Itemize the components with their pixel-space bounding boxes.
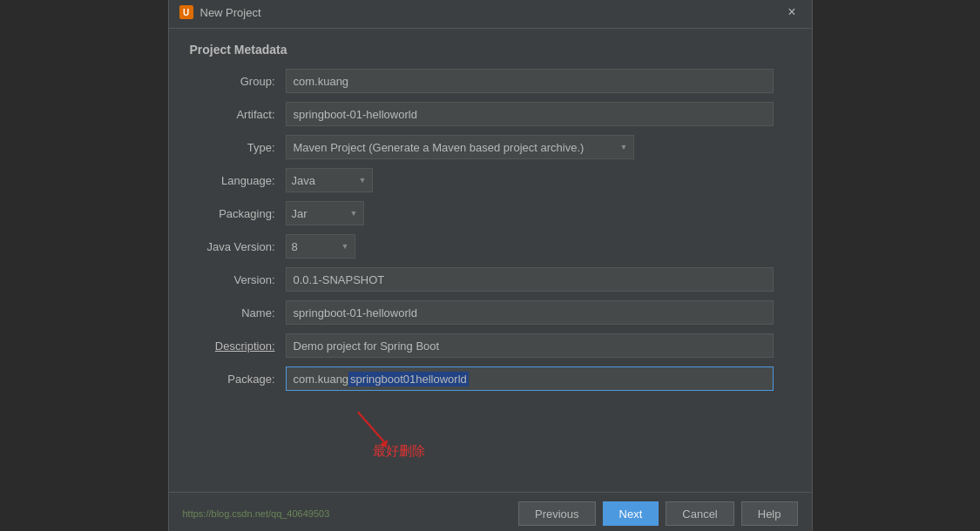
package-row: Package: com.kuangspringboot01helloworld — [190, 366, 791, 391]
dialog-content: Project Metadata Group: Artifact: Type: … — [169, 29, 812, 492]
description-input[interactable] — [286, 333, 774, 358]
packaging-select-wrapper: Jar War — [286, 201, 364, 225]
cancel-button[interactable]: Cancel — [666, 501, 733, 526]
java-version-label: Java Version: — [190, 240, 286, 253]
language-row: Language: Java Kotlin Groovy — [190, 168, 791, 192]
new-project-dialog: U New Project × Project Metadata Group: … — [168, 0, 813, 531]
version-input[interactable] — [286, 267, 774, 292]
svg-line-0 — [357, 412, 383, 441]
group-input[interactable] — [286, 69, 774, 93]
close-button[interactable]: × — [782, 3, 801, 21]
java-version-row: Java Version: 8 11 17 — [190, 234, 791, 259]
java-version-select-wrapper: 8 11 17 — [286, 234, 355, 259]
language-label: Language: — [190, 174, 286, 187]
dialog-title: New Project — [200, 6, 261, 19]
type-label: Type: — [190, 141, 286, 154]
language-select-wrapper: Java Kotlin Groovy — [286, 168, 373, 192]
java-version-select[interactable]: 8 11 17 — [286, 234, 355, 259]
help-button[interactable]: Help — [741, 501, 798, 526]
package-field-display[interactable]: com.kuangspringboot01helloworld — [286, 366, 774, 391]
app-icon: U — [179, 5, 193, 19]
footer-url: https://blog.csdn.net/qq_40649503 — [183, 508, 330, 519]
artifact-input[interactable] — [286, 102, 774, 126]
description-label: Description: — [190, 339, 286, 353]
name-input[interactable] — [286, 300, 774, 325]
group-label: Group: — [190, 75, 286, 88]
next-button[interactable]: Next — [603, 501, 659, 526]
section-title: Project Metadata — [190, 43, 791, 57]
packaging-label: Packaging: — [190, 207, 286, 220]
group-row: Group: — [190, 69, 791, 93]
annotation-text: 最好删除 — [373, 443, 425, 460]
packaging-select[interactable]: Jar War — [286, 201, 364, 225]
language-select[interactable]: Java Kotlin Groovy — [286, 168, 373, 192]
version-label: Version: — [190, 273, 286, 286]
type-row: Type: Maven Project (Generate a Maven ba… — [190, 135, 791, 159]
artifact-row: Artifact: — [190, 102, 791, 126]
package-label: Package: — [190, 373, 286, 386]
package-prefix: com.kuang — [294, 373, 349, 386]
type-select-wrapper: Maven Project (Generate a Maven based pr… — [286, 135, 634, 159]
name-row: Name: — [190, 300, 791, 325]
package-input-wrapper: com.kuangspringboot01helloworld — [286, 366, 774, 391]
previous-button[interactable]: Previous — [518, 501, 596, 526]
title-bar: U New Project × — [169, 0, 812, 29]
type-select[interactable]: Maven Project (Generate a Maven based pr… — [286, 135, 634, 159]
annotation-area: 最好删除 — [303, 408, 791, 478]
version-row: Version: — [190, 267, 791, 292]
title-bar-left: U New Project — [179, 5, 261, 19]
footer: https://blog.csdn.net/qq_40649503 Previo… — [169, 492, 812, 531]
name-label: Name: — [190, 306, 286, 319]
package-highlighted: springboot01helloworld — [348, 372, 469, 386]
packaging-row: Packaging: Jar War — [190, 201, 791, 225]
description-row: Description: — [190, 333, 791, 358]
artifact-label: Artifact: — [190, 108, 286, 121]
